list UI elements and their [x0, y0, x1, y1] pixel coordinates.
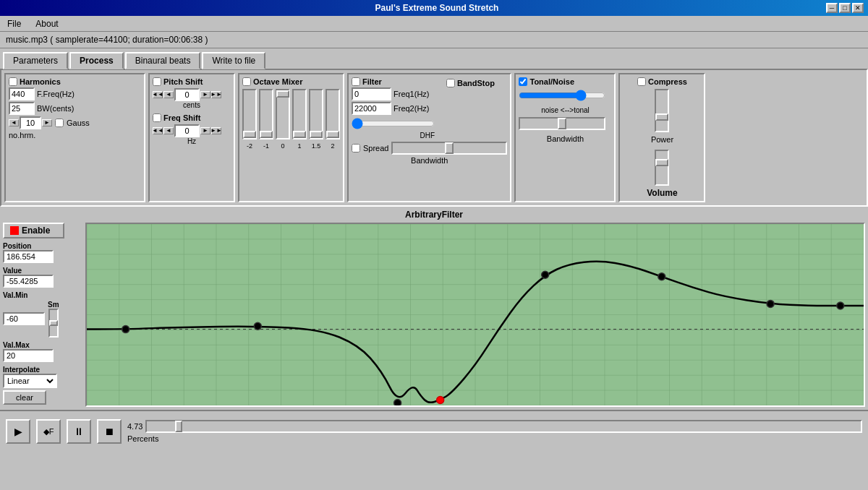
spread-checkbox[interactable]	[352, 144, 360, 152]
af-valmin-input[interactable]	[3, 312, 45, 325]
harmonics-bw-input[interactable]	[9, 102, 35, 115]
tonal-noise-checkbox[interactable]	[519, 77, 527, 86]
harmonics-gauss-row: ◄ 10 ► Gauss	[9, 116, 141, 129]
play-button[interactable]: ▶	[6, 419, 30, 444]
bandwidth-label: Bandwidth	[352, 156, 507, 165]
af-canvas-wrap[interactable]	[85, 223, 865, 407]
harmonics-gauss-label: Gauss	[67, 119, 90, 127]
forward-button[interactable]: ◆F	[36, 419, 61, 444]
freq-shift-label: Freq Shift	[163, 113, 200, 122]
menu-bar: File About	[0, 16, 868, 32]
pitch-right-btn[interactable]: ►	[200, 91, 210, 98]
title-bar: Paul's Extreme Sound Stretch ─ □ ✕	[0, 0, 868, 16]
af-enable-label: Enable	[22, 225, 50, 236]
tonal-noise-slider[interactable]	[519, 89, 605, 102]
tab-binaural-beats[interactable]: Binaural beats	[125, 52, 201, 69]
progress-wrap: 4.73 Percents	[127, 420, 862, 443]
play-icon: ▶	[14, 426, 22, 437]
harmonics-freq-label: F.Freq(Hz)	[37, 90, 75, 98]
af-enable-button[interactable]: Enable	[3, 223, 64, 238]
pitch-left-btn[interactable]: ◄	[163, 91, 174, 98]
af-value-input[interactable]	[3, 275, 54, 288]
tabs-bar: Parameters Process Binaural beats Write …	[0, 48, 868, 69]
minimize-button[interactable]: ─	[826, 3, 838, 13]
octave-slider-m2-input[interactable]	[242, 89, 257, 139]
bandwidth-slider-row	[519, 117, 611, 132]
octave-mixer-checkbox[interactable]	[242, 77, 251, 86]
af-valmax-input[interactable]	[3, 349, 54, 362]
tonal-noise-label: Tonal/Noise	[529, 77, 574, 86]
af-interpolate-select[interactable]: Linear Cosine Cubic	[3, 374, 57, 388]
freq-shift-checkbox[interactable]	[153, 113, 161, 122]
filter-freq1-input[interactable]	[352, 87, 391, 100]
pitch-shift-checkbox[interactable]	[153, 77, 161, 86]
compress-slider[interactable]	[655, 89, 669, 132]
file-menu[interactable]: File	[3, 17, 25, 30]
about-menu[interactable]: About	[31, 17, 62, 30]
af-clear-button[interactable]: clear	[3, 390, 46, 405]
freq-left-btn[interactable]: ◄	[163, 127, 174, 134]
octave-slider-1	[292, 89, 307, 139]
bandwidth-slider[interactable]	[519, 117, 605, 130]
octave-label-15: 1.5	[309, 142, 323, 150]
spread-label: Spread	[363, 144, 388, 152]
forward-icon: ◆F	[43, 427, 54, 437]
spread-slider[interactable]	[391, 142, 507, 155]
af-canvas[interactable]	[87, 224, 864, 405]
harmonics-bw-label: BW(cents)	[37, 104, 74, 113]
filter-freq2-label: Freq2(Hz)	[393, 104, 430, 113]
freq-shift-control: ◄◄ ◄ 0 ► ►► Hz	[153, 124, 231, 145]
af-interpolate-section: Interpolate Linear Cosine Cubic	[3, 364, 82, 388]
af-position-input[interactable]	[3, 250, 54, 263]
close-button[interactable]: ✕	[852, 3, 864, 13]
harmonics-spin-right[interactable]: ►	[42, 119, 52, 126]
harmonics-gauss-checkbox[interactable]	[55, 119, 64, 127]
octave-slider-15-input[interactable]	[309, 89, 323, 139]
harmonics-spin-left[interactable]: ◄	[9, 119, 19, 126]
harmonics-file-label: no.hrm.	[9, 131, 141, 139]
octave-slider-m1-input[interactable]	[259, 89, 273, 139]
filter-freq2-input[interactable]	[352, 102, 391, 115]
freq-right-btn[interactable]: ►	[200, 127, 210, 134]
file-info: music.mp3 ( samplerate=44100; duration=0…	[0, 32, 868, 48]
octave-slider-0-input[interactable]	[276, 89, 290, 139]
pitch-prev-btn[interactable]: ◄◄	[153, 91, 163, 98]
title-bar-controls: ─ □ ✕	[826, 3, 864, 13]
compress-checkbox[interactable]	[637, 77, 646, 86]
freq-next-btn[interactable]: ►►	[211, 127, 221, 134]
octave-slider-m2	[242, 89, 257, 139]
arbitrary-filter-area: ArbitraryFilter Enable Position Value Va…	[0, 207, 868, 410]
af-valmax-section: Val.Max	[3, 340, 82, 362]
bandstop-checkbox[interactable]	[446, 79, 455, 87]
freq-prev-btn[interactable]: ◄◄	[153, 127, 163, 134]
pause-button[interactable]: ⏸	[67, 419, 91, 444]
harmonics-checkbox[interactable]	[9, 77, 17, 86]
percent-value: 4.73	[127, 422, 142, 431]
pitch-next-btn[interactable]: ►►	[211, 91, 221, 98]
sm-slider[interactable]	[48, 309, 59, 338]
tab-parameters[interactable]: Parameters	[3, 52, 68, 69]
harmonics-spin-value: 10	[20, 116, 41, 129]
harmonics-freq-input[interactable]	[9, 87, 35, 100]
dhf-slider[interactable]	[352, 117, 435, 130]
octave-slider-2	[326, 89, 340, 139]
stop-button[interactable]: ⏹	[97, 419, 122, 444]
progress-slider[interactable]	[145, 420, 862, 433]
octave-slider-2-input[interactable]	[326, 89, 340, 139]
octave-labels: -2 -1 0 1 1.5 2	[242, 142, 340, 150]
compress-power-label: Power	[651, 135, 673, 144]
volume-slider[interactable]	[655, 150, 669, 186]
tab-process[interactable]: Process	[69, 52, 124, 69]
octave-mixer-section: Octave Mixer -2 -1 0	[238, 73, 344, 202]
noise-tonal-label: noise <-->tonal	[519, 106, 611, 114]
tab-write-to-file[interactable]: Write to file	[202, 52, 265, 69]
percent-label: Percents	[127, 434, 862, 443]
maximize-button[interactable]: □	[839, 3, 851, 13]
filter-checkbox[interactable]	[352, 77, 360, 86]
freq-unit: Hz	[153, 137, 231, 145]
octave-slider-1-input[interactable]	[292, 89, 307, 139]
af-content: Enable Position Value Val.Min Sm	[3, 223, 865, 407]
compress-slider-wrap	[655, 89, 669, 132]
octave-slider-15	[309, 89, 323, 139]
filter-label: Filter	[362, 77, 382, 86]
